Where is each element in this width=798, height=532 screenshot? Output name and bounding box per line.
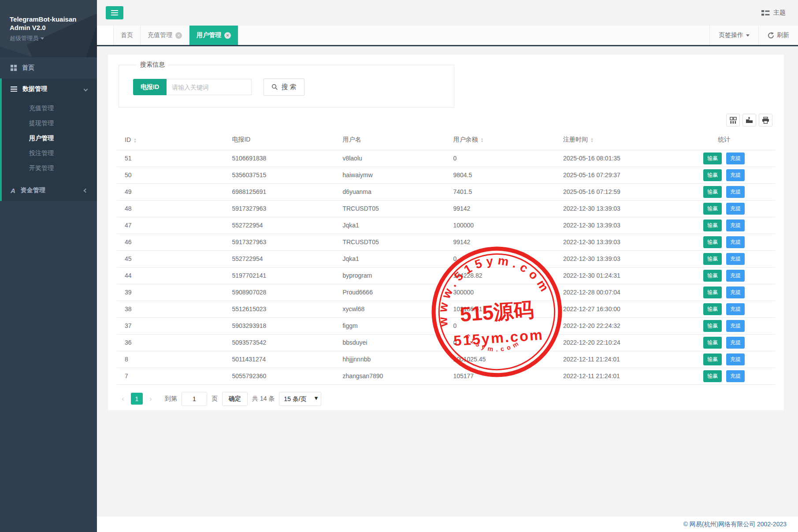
win-lose-button[interactable]: 输赢 (703, 286, 722, 298)
charge-withdraw-button[interactable]: 充提 (726, 236, 745, 248)
balance-cell: 0 (453, 317, 563, 334)
sidebar-item-funds[interactable]: A 资金管理 (2, 180, 97, 201)
goto-page-input[interactable] (182, 392, 207, 406)
search-button[interactable]: 搜 索 (264, 78, 304, 96)
table-row: 445197702141byprogram144228.822022-12-30… (117, 267, 775, 284)
sidebar: TelegramBot-kuaisan Admin V2.0 超级管理员 首页 … (0, 0, 97, 532)
sidebar-item-data-management[interactable]: 数据管理 (2, 78, 97, 100)
id-cell: 38 (117, 301, 232, 317)
tab-home[interactable]: 首页 (114, 26, 141, 45)
sidebar-item-label: 数据管理 (22, 85, 47, 93)
win-lose-button[interactable]: 输赢 (703, 186, 722, 198)
charge-withdraw-button[interactable]: 充提 (726, 320, 745, 332)
columns-toggle-button[interactable] (726, 114, 740, 126)
column-header-id[interactable]: ID▲▼ (117, 130, 232, 150)
print-button[interactable] (759, 114, 772, 126)
search-input[interactable] (167, 79, 252, 95)
charge-withdraw-button[interactable]: 充提 (726, 353, 745, 365)
actions-cell: 输赢充提 (673, 250, 775, 267)
sort-icon[interactable]: ▲▼ (134, 138, 137, 143)
telegram-id-cell: 6988125691 (232, 183, 342, 200)
balance-cell: 0 (453, 250, 563, 267)
close-icon[interactable]: × (175, 32, 182, 39)
search-button-label: 搜 索 (281, 83, 296, 91)
charge-withdraw-button[interactable]: 充提 (726, 153, 745, 164)
registered-cell: 2022-12-11 21:24:01 (563, 351, 673, 368)
page-number-button[interactable]: 1 (131, 393, 143, 405)
export-button[interactable] (742, 114, 756, 126)
tab-operations-dropdown[interactable]: 页签操作 (709, 26, 758, 45)
page-size-select[interactable]: 15 条/页 (279, 392, 321, 406)
chevron-left-icon (84, 188, 88, 193)
theme-button[interactable]: 主题 (761, 9, 786, 17)
win-lose-button[interactable]: 输赢 (703, 153, 722, 164)
sidebar-item-users[interactable]: 用户管理 (2, 130, 97, 145)
actions-cell: 输赢充提 (673, 267, 775, 284)
tab-users[interactable]: 用户管理 × (189, 26, 238, 45)
refresh-button[interactable]: 刷新 (758, 26, 798, 45)
charge-withdraw-button[interactable]: 充提 (726, 203, 745, 215)
id-cell: 48 (117, 200, 232, 217)
telegram-id-cell: 5093573542 (232, 334, 342, 351)
table-row: 365093573542bbsduyei02022-12-20 22:10:24… (117, 334, 775, 351)
caret-down-icon (746, 34, 750, 37)
registered-cell: 2022-12-30 13:39:03 (563, 250, 673, 267)
win-lose-button[interactable]: 输赢 (703, 169, 722, 181)
id-cell: 7 (117, 368, 232, 384)
win-lose-button[interactable]: 输赢 (703, 370, 722, 382)
charge-withdraw-button[interactable]: 充提 (726, 169, 745, 181)
charge-withdraw-button[interactable]: 充提 (726, 270, 745, 282)
sidebar-item-label: 首页 (22, 64, 34, 72)
tabbar: 首页 充值管理 × 用户管理 × 页签操作 (97, 26, 798, 46)
tab-recharge[interactable]: 充值管理 × (141, 26, 189, 45)
bars-icon (11, 86, 17, 92)
charge-withdraw-button[interactable]: 充提 (726, 253, 745, 265)
win-lose-button[interactable]: 输赢 (703, 236, 722, 248)
sidebar-toggle-button[interactable] (106, 6, 123, 19)
charge-withdraw-button[interactable]: 充提 (726, 337, 745, 349)
confirm-page-button[interactable]: 确定 (222, 392, 248, 406)
balance-cell: 100000 (453, 217, 563, 234)
sidebar-item-home[interactable]: 首页 (0, 57, 97, 78)
charge-withdraw-button[interactable]: 充提 (726, 219, 745, 231)
win-lose-button[interactable]: 输赢 (703, 303, 722, 315)
tab-label: 首页 (121, 31, 133, 39)
column-header-balance[interactable]: 用户余额▲▼ (453, 130, 563, 150)
win-lose-button[interactable]: 输赢 (703, 337, 722, 349)
win-lose-button[interactable]: 输赢 (703, 219, 722, 231)
sidebar-item-betting[interactable]: 投注管理 (2, 145, 97, 160)
charge-withdraw-button[interactable]: 充提 (726, 286, 745, 298)
id-cell: 50 (117, 167, 232, 183)
balance-cell: 7401.5 (453, 183, 563, 200)
data-management-submenu: 充值管理 提现管理 用户管理 投注管理 开奖管理 (2, 100, 97, 180)
sidebar-item-lottery[interactable]: 开奖管理 (2, 160, 97, 175)
win-lose-button[interactable]: 输赢 (703, 270, 722, 282)
sidebar-item-recharge[interactable]: 充值管理 (2, 100, 97, 115)
next-page-button[interactable]: › (147, 394, 154, 403)
close-icon[interactable]: × (224, 32, 231, 39)
admin-role-dropdown[interactable]: 超级管理员 (10, 34, 97, 42)
users-panel: 搜索信息 电报ID 搜 索 (108, 55, 784, 410)
prev-page-button[interactable]: ‹ (119, 394, 126, 403)
win-lose-button[interactable]: 输赢 (703, 320, 722, 332)
column-header-registered[interactable]: 注册时间▲▼ (563, 130, 673, 150)
telegram-id-field-button[interactable]: 电报ID (133, 79, 167, 95)
username-cell: xycwl68 (342, 301, 453, 317)
id-cell: 45 (117, 250, 232, 267)
charge-withdraw-button[interactable]: 充提 (726, 303, 745, 315)
win-lose-button[interactable]: 输赢 (703, 353, 722, 365)
table-toolbar (117, 114, 772, 126)
sort-icon[interactable]: ▲▼ (590, 138, 594, 143)
charge-withdraw-button[interactable]: 充提 (726, 370, 745, 382)
win-lose-button[interactable]: 输赢 (703, 203, 722, 215)
win-lose-button[interactable]: 输赢 (703, 253, 722, 265)
charge-withdraw-button[interactable]: 充提 (726, 186, 745, 198)
registered-cell: 2025-05-16 07:12:59 (563, 183, 673, 200)
column-header-telegram-id[interactable]: 电报ID (232, 130, 342, 150)
column-header-username[interactable]: 用户名 (342, 130, 453, 150)
chevron-down-icon (84, 87, 88, 91)
id-cell: 47 (117, 217, 232, 234)
sidebar-item-withdraw[interactable]: 提现管理 (2, 115, 97, 130)
balance-cell: 300000 (453, 284, 563, 301)
sort-icon[interactable]: ▲▼ (480, 138, 483, 143)
